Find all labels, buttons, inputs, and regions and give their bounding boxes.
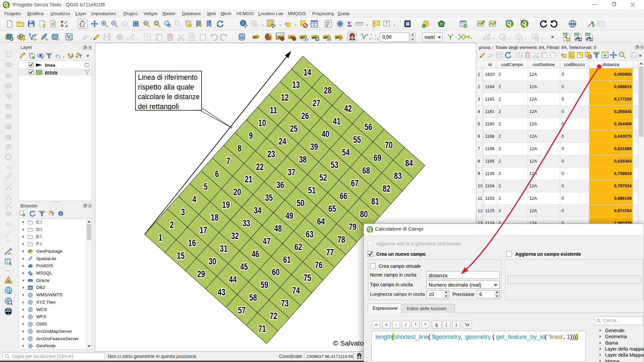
svg-text:dei rettangoli: dei rettangoli xyxy=(138,103,179,111)
svg-text:4: 4 xyxy=(193,194,197,204)
svg-text:76: 76 xyxy=(315,260,322,270)
svg-text:6: 6 xyxy=(215,169,219,179)
svg-text:61: 61 xyxy=(283,254,291,264)
svg-text:35: 35 xyxy=(265,192,273,203)
svg-text:i: i xyxy=(243,20,244,26)
svg-text:14: 14 xyxy=(304,67,311,77)
svg-text:72: 72 xyxy=(270,311,277,321)
svg-text:31: 31 xyxy=(220,243,227,254)
svg-text:5: 5 xyxy=(204,181,208,192)
svg-text:XTF: XTF xyxy=(586,33,590,36)
svg-text:33: 33 xyxy=(243,218,250,228)
svg-text:50: 50 xyxy=(297,198,305,208)
svg-text:53: 53 xyxy=(331,160,338,170)
svg-text:66: 66 xyxy=(340,191,347,201)
svg-text:45: 45 xyxy=(240,261,248,272)
svg-text:51: 51 xyxy=(308,185,316,195)
svg-text:XTF: XTF xyxy=(575,33,579,36)
svg-text:19: 19 xyxy=(222,199,230,210)
svg-text:81: 81 xyxy=(371,196,379,206)
svg-text:28: 28 xyxy=(324,85,331,96)
svg-text:abc: abc xyxy=(335,35,340,39)
svg-text:13: 13 xyxy=(292,79,300,90)
svg-text:rispetto alla quale: rispetto alla quale xyxy=(138,83,194,91)
svg-text:65: 65 xyxy=(328,203,336,214)
svg-text:44: 44 xyxy=(229,274,236,285)
svg-text:74: 74 xyxy=(292,285,300,296)
svg-text:9: 9 xyxy=(249,130,253,141)
svg-text:42: 42 xyxy=(344,103,352,114)
svg-text:Linea di riferimento: Linea di riferimento xyxy=(138,73,198,81)
svg-text:71: 71 xyxy=(258,323,266,334)
svg-text:30: 30 xyxy=(209,256,216,266)
svg-text:8: 8 xyxy=(237,143,241,154)
svg-text:18: 18 xyxy=(211,212,218,223)
svg-text:79: 79 xyxy=(349,222,357,232)
svg-text:34: 34 xyxy=(254,205,261,216)
svg-text:58: 58 xyxy=(249,292,257,303)
svg-text:68: 68 xyxy=(362,165,370,176)
svg-text:32: 32 xyxy=(231,231,239,241)
svg-text:?: ? xyxy=(407,22,409,25)
svg-text:10: 10 xyxy=(258,118,266,128)
svg-text:Σ: Σ xyxy=(347,20,352,28)
svg-text:54: 54 xyxy=(342,147,350,157)
svg-text:QG3: QG3 xyxy=(563,33,568,36)
svg-text:38: 38 xyxy=(299,154,307,165)
svg-text:43: 43 xyxy=(218,287,225,297)
svg-text:70: 70 xyxy=(385,140,392,150)
svg-text:T: T xyxy=(385,21,388,26)
svg-text:49: 49 xyxy=(285,210,293,221)
svg-text:36: 36 xyxy=(276,180,284,190)
svg-text:11: 11 xyxy=(270,105,277,115)
svg-text:22: 22 xyxy=(256,161,264,172)
svg-text:73: 73 xyxy=(281,298,288,308)
svg-text:calcolare le distanze: calcolare le distanze xyxy=(138,93,200,101)
svg-text:20: 20 xyxy=(233,187,241,197)
svg-text:27: 27 xyxy=(313,98,320,108)
svg-text:77: 77 xyxy=(326,247,334,257)
svg-text:52: 52 xyxy=(319,172,327,183)
svg-text:75: 75 xyxy=(304,273,311,283)
svg-text:ε: ε xyxy=(55,53,57,58)
svg-text:23: 23 xyxy=(267,149,275,159)
svg-text:67: 67 xyxy=(351,178,359,188)
svg-text:55: 55 xyxy=(353,134,361,145)
svg-text:37: 37 xyxy=(288,167,296,177)
svg-text:83: 83 xyxy=(394,171,401,181)
svg-text:DB2: DB2 xyxy=(29,287,32,289)
svg-text:69: 69 xyxy=(374,153,381,163)
svg-text:82: 82 xyxy=(383,183,390,194)
svg-text:www: www xyxy=(569,22,576,25)
svg-text:60: 60 xyxy=(272,267,279,277)
svg-text:12: 12 xyxy=(281,92,288,103)
svg-text:46: 46 xyxy=(252,249,259,259)
svg-text:24: 24 xyxy=(279,136,286,146)
svg-text:63: 63 xyxy=(306,229,313,239)
svg-text:1: 1 xyxy=(158,232,162,243)
svg-text:15: 15 xyxy=(177,250,184,261)
svg-text:i: i xyxy=(60,212,61,216)
svg-text:25: 25 xyxy=(290,123,298,134)
svg-text:78: 78 xyxy=(337,234,345,245)
svg-text:16: 16 xyxy=(188,238,196,248)
svg-text:1:1: 1:1 xyxy=(123,23,126,25)
svg-text:39: 39 xyxy=(310,141,318,152)
svg-text:17: 17 xyxy=(200,225,207,235)
svg-text:26: 26 xyxy=(301,111,309,121)
svg-text:59: 59 xyxy=(261,280,268,290)
svg-text:62: 62 xyxy=(294,241,302,252)
svg-text:47: 47 xyxy=(263,236,270,246)
svg-text:80: 80 xyxy=(360,209,368,219)
svg-text:2: 2 xyxy=(170,220,174,230)
svg-text:7: 7 xyxy=(226,156,230,166)
svg-text:abc: abc xyxy=(253,35,258,39)
svg-text:57: 57 xyxy=(238,305,246,315)
svg-text:48: 48 xyxy=(274,223,282,234)
svg-text:56: 56 xyxy=(365,122,372,132)
svg-text:21: 21 xyxy=(245,174,252,184)
svg-text:a: a xyxy=(65,24,68,28)
svg-text:64: 64 xyxy=(317,216,325,227)
svg-text:41: 41 xyxy=(333,116,340,126)
svg-text:40: 40 xyxy=(322,129,329,139)
